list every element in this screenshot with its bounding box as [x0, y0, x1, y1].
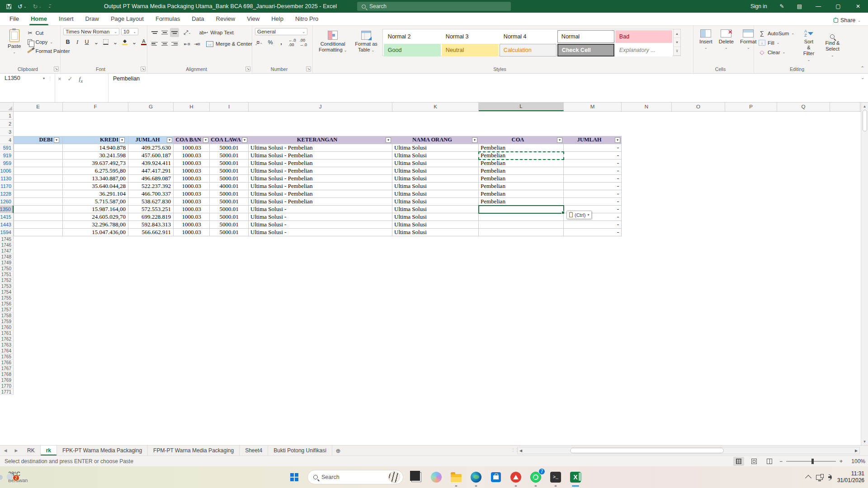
row-header-4[interactable]: 4 — [0, 136, 14, 144]
zoom-out-icon[interactable]: − — [779, 458, 783, 465]
borders-menu[interactable]: ⌄ — [111, 38, 120, 47]
cell-G591[interactable]: 409.275.630 — [128, 144, 174, 152]
row-header-1752[interactable]: 1752 — [0, 277, 14, 283]
cell-H1130[interactable]: 1000.03 — [174, 175, 210, 183]
header-cell-debi[interactable]: DEBI▾ — [14, 136, 63, 144]
increase-indent-button[interactable]: ⇥≡ — [193, 39, 202, 48]
network-icon[interactable] — [816, 475, 823, 480]
cell-I919[interactable]: 5000.01 — [210, 152, 249, 160]
header-cell-jumlah[interactable]: JUMLAH▾ — [564, 136, 622, 144]
paste-button[interactable]: Paste ⌄ — [5, 28, 24, 56]
column-header-partial[interactable] — [830, 103, 860, 111]
cell-F1415[interactable]: 24.605.029,70 — [63, 213, 128, 221]
start-button[interactable] — [288, 470, 301, 484]
conditional-formatting-button[interactable]: ConditionalFormatting ⌄ — [316, 28, 350, 56]
customize-qat-icon[interactable]: ⌄̅ — [48, 5, 51, 9]
cell-E1350[interactable] — [14, 206, 63, 213]
font-color-button[interactable]: A — [139, 38, 148, 47]
row-header-1[interactable]: 1 — [0, 112, 14, 120]
cell-J1443[interactable]: Ultima Solusi - — [249, 221, 392, 229]
format-as-table-button[interactable]: Format asTable ⌄ — [352, 28, 381, 56]
filter-button-H[interactable]: ▾ — [203, 137, 208, 143]
tray-overflow-icon[interactable] — [805, 475, 811, 481]
copilot-icon[interactable] — [429, 470, 443, 484]
style-chip-explanatory-[interactable]: Explanatory ... — [615, 44, 672, 56]
column-header-P[interactable]: P — [725, 103, 777, 111]
cell-L1350[interactable] — [479, 206, 564, 213]
task-view-icon[interactable] — [410, 470, 423, 484]
cell-J1170[interactable]: Ultima Solusi - Pembelian — [249, 183, 392, 190]
align-top-button[interactable] — [150, 28, 159, 37]
cell-J1260[interactable]: Ultima Solusi - Pembelian — [249, 198, 392, 206]
sheet-tab-rk[interactable]: rk — [41, 446, 57, 455]
cell-I1415[interactable]: 5000.01 — [210, 213, 249, 221]
name-box[interactable]: L1350 ▾ ⋮ — [0, 74, 55, 102]
cell-L919[interactable]: Pembelian — [479, 152, 564, 160]
row-header-1415[interactable]: 1415 — [0, 213, 14, 221]
header-cell-coa-ban[interactable]: COA BAN▾ — [174, 136, 210, 144]
header-cell-kredi[interactable]: KREDI▾ — [63, 136, 128, 144]
decrease-indent-button[interactable]: ⇤≡ — [183, 39, 192, 48]
row-header-959[interactable]: 959 — [0, 160, 14, 167]
zoom-in-icon[interactable]: + — [840, 458, 843, 465]
cell-J1130[interactable]: Ultima Solusi - Pembelian — [249, 175, 392, 183]
cell-E919[interactable] — [14, 152, 63, 160]
weather-widget[interactable]: 2 28°C Berawan — [5, 471, 28, 483]
font-dialog-launcher[interactable]: ↘ — [141, 66, 146, 71]
ribbon-tab-help[interactable]: Help — [265, 13, 289, 25]
style-chip-good[interactable]: Good — [384, 44, 441, 56]
row-header-1750[interactable]: 1750 — [0, 266, 14, 272]
cell-G1260[interactable]: 538.627.830 — [128, 198, 174, 206]
align-left-button[interactable] — [150, 39, 159, 48]
cell-G1350[interactable]: 572.553.251 — [128, 206, 174, 213]
cell-F919[interactable]: 30.241.598 — [63, 152, 128, 160]
font-size-select[interactable]: 10⌄ — [121, 28, 138, 35]
cell-J1006[interactable]: Ultima Solusi - Pembelian — [249, 167, 392, 175]
cell-E1594[interactable] — [14, 229, 63, 236]
cell-K591[interactable]: Ultima Solusi — [392, 144, 479, 152]
cell-E1260[interactable] — [14, 198, 63, 206]
sheet-tab-bukti-potong-unifikasi[interactable]: Bukti Potong Unifikasi — [268, 446, 332, 455]
header-cell-coa[interactable]: COA▾ — [479, 136, 564, 144]
ribbon-tab-draw[interactable]: Draw — [80, 13, 105, 25]
filter-button-E[interactable]: ▾ — [54, 137, 59, 143]
column-header-Q[interactable]: Q — [777, 103, 830, 111]
cell-H959[interactable]: 1000.03 — [174, 160, 210, 167]
whatsapp-icon[interactable]: 7 — [529, 470, 542, 484]
filter-button-K[interactable]: ▾ — [472, 137, 477, 143]
cell-K1594[interactable]: Ultima Solusi — [392, 229, 479, 236]
header-cell-nama-orang[interactable]: NAMA ORANG▾ — [392, 136, 479, 144]
cell-L1130[interactable]: Pembelian — [479, 175, 564, 183]
cell-I1594[interactable]: 5000.01 — [210, 229, 249, 236]
cell-G959[interactable]: 439.924.411 — [128, 160, 174, 167]
sort-filter-button[interactable]: AZ Sort &Filter ⌄ — [799, 28, 819, 64]
row-header-2[interactable]: 2 — [0, 120, 14, 128]
row-header-1260[interactable]: 1260 — [0, 198, 14, 206]
cell-H1006[interactable]: 1000.03 — [174, 167, 210, 175]
sheet-tab-fpk-pt-warna-media-packaging[interactable]: FPK-PT Warna Media Packaging — [57, 446, 148, 455]
cell-I1260[interactable]: 5000.01 — [210, 198, 249, 206]
cell-G1130[interactable]: 496.689.087 — [128, 175, 174, 183]
cell-F1260[interactable]: 5.715.587,00 — [63, 198, 128, 206]
cell-F1228[interactable]: 36.291.104 — [63, 190, 128, 198]
cell-M1170[interactable]: - — [564, 183, 622, 190]
orientation-button[interactable]: ⤢⌄ — [183, 28, 192, 37]
align-right-button[interactable] — [170, 39, 179, 48]
cell-K1443[interactable]: Ultima Solusi — [392, 221, 479, 229]
cell-F1350[interactable]: 15.987.164,00 — [63, 206, 128, 213]
cell-E591[interactable] — [14, 144, 63, 152]
ribbon-tab-formulas[interactable]: Formulas — [150, 13, 186, 25]
cell-K1228[interactable]: Ultima Solusi — [392, 190, 479, 198]
filter-button-G[interactable]: ▾ — [167, 137, 172, 143]
cell-M591[interactable]: - — [564, 144, 622, 152]
row-header-1770[interactable]: 1770 — [0, 383, 14, 389]
cell-K919[interactable]: Ultima Solusi — [392, 152, 479, 160]
row-header-1763[interactable]: 1763 — [0, 342, 14, 348]
cell-J1228[interactable]: Ultima Solusi - Pembelian — [249, 190, 392, 198]
cell-I959[interactable]: 5000.01 — [210, 160, 249, 167]
style-chip-check-cell[interactable]: Check Cell — [557, 44, 614, 56]
minimize-button[interactable]: — — [808, 0, 828, 13]
cell-L1415[interactable] — [479, 213, 564, 221]
accounting-format-icon[interactable]: ¤⌄ — [255, 38, 264, 47]
style-chip-calculation[interactable]: Calculation — [500, 44, 557, 56]
